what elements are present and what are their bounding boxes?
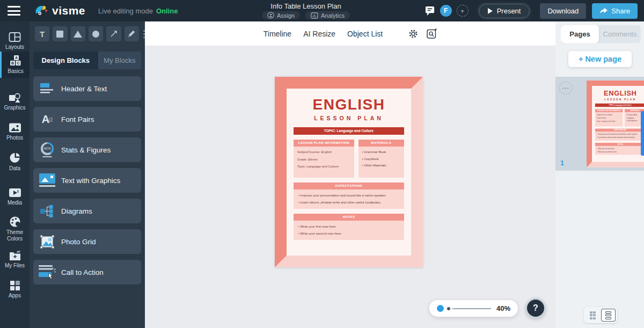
notes-bullet[interactable]: Write your second note here. bbox=[597, 151, 643, 152]
doc-topic-banner[interactable]: TOPIC: Language and Culture bbox=[595, 104, 644, 107]
tab-my-blocks[interactable]: My Blocks bbox=[98, 52, 141, 69]
info-row[interactable]: Subject/Course: English bbox=[297, 150, 350, 154]
tab-design-blocks[interactable]: Design Blocks bbox=[33, 52, 98, 69]
notes-bullet[interactable]: Write your first note here. bbox=[298, 225, 399, 228]
notes-section[interactable]: NOTES Write your first note here. Write … bbox=[595, 143, 644, 155]
media-icon bbox=[9, 187, 21, 198]
block-stats-figures[interactable]: 40% Stats & Figures bbox=[33, 137, 141, 162]
page-1-section[interactable]: ••• ENGLISH LESSON PLAN TOPIC: Language … bbox=[555, 77, 644, 171]
object-list-button[interactable]: Object List bbox=[347, 30, 383, 38]
materials-section[interactable]: MATERIALS Grammar Book Copybook Other Ma… bbox=[358, 140, 404, 178]
text-tool-button[interactable]: T bbox=[35, 26, 49, 41]
sidebar-item-data[interactable]: Data bbox=[0, 149, 30, 175]
list-view-button[interactable] bbox=[601, 309, 616, 322]
hamburger-menu-icon[interactable] bbox=[8, 6, 20, 16]
help-button[interactable]: ? bbox=[525, 298, 546, 318]
page-1-thumbnail-doc[interactable]: ENGLISH LESSON PLAN TOPIC: Language and … bbox=[587, 81, 644, 167]
circle-tool-button[interactable] bbox=[89, 26, 103, 41]
grid-view-button[interactable] bbox=[586, 309, 600, 322]
doc-subtitle[interactable]: LESSON PLAN bbox=[592, 98, 644, 100]
info-header[interactable]: LESSON PLAN INFORMATION bbox=[595, 109, 623, 112]
notes-header[interactable]: NOTES bbox=[294, 214, 404, 221]
data-icon bbox=[9, 152, 21, 164]
info-row[interactable]: Grade: Eleven bbox=[297, 158, 350, 161]
info-row[interactable]: Grade: Eleven bbox=[597, 117, 621, 119]
notes-bullet[interactable]: Write your second note here. bbox=[298, 232, 399, 235]
sidebar-item-basics[interactable]: A B C Basics bbox=[0, 52, 30, 78]
theme-colors-icon bbox=[9, 216, 21, 228]
sidebar-item-graphics[interactable]: Graphics bbox=[0, 89, 30, 114]
share-arrow-icon bbox=[599, 8, 608, 14]
pen-tool-button[interactable] bbox=[125, 26, 139, 41]
materials-bullet[interactable]: Other Materials bbox=[362, 164, 400, 167]
block-text-with-graphics[interactable]: Text with Graphics bbox=[33, 168, 141, 193]
line-tool-button[interactable] bbox=[106, 26, 121, 41]
square-tool-button[interactable] bbox=[53, 26, 67, 41]
left-sidebar: Layouts A B C Basics Gra bbox=[0, 21, 30, 328]
present-button[interactable]: Present bbox=[479, 4, 530, 18]
visme-logo[interactable]: visme bbox=[34, 4, 85, 18]
square-icon bbox=[56, 31, 63, 38]
sidebar-item-apps[interactable]: Apps bbox=[0, 277, 30, 302]
expectations-section[interactable]: EXPECTATIONS Improve your pronunciation … bbox=[595, 129, 644, 141]
materials-bullet[interactable]: Grammar Book bbox=[362, 150, 400, 154]
info-row[interactable]: Subject/Course: English bbox=[597, 114, 621, 115]
download-button[interactable]: Download bbox=[540, 3, 586, 19]
document-title[interactable]: Info Table Lesson Plan bbox=[270, 2, 341, 10]
my-files-icon bbox=[9, 250, 21, 261]
doc-topic-banner[interactable]: TOPIC: Language and Culture bbox=[294, 127, 404, 135]
info-section[interactable]: LESSON PLAN INFORMATION Subject/Course: … bbox=[595, 109, 623, 126]
settings-gear-icon[interactable] bbox=[408, 29, 418, 39]
block-call-to-action[interactable]: Call to Action bbox=[33, 260, 141, 285]
expectations-bullet[interactable]: Improve your pronunciation and sound lik… bbox=[597, 134, 643, 135]
expectations-section[interactable]: EXPECTATIONS Improve your pronunciation … bbox=[294, 183, 404, 209]
new-page-button[interactable]: + New page bbox=[568, 51, 632, 67]
expectations-bullet[interactable]: Learn idioms, phrasal verbs and other us… bbox=[597, 137, 643, 139]
diagrams-icon bbox=[33, 205, 61, 218]
doc-main-title[interactable]: ENGLISH bbox=[287, 96, 411, 113]
preview-search-icon[interactable] bbox=[427, 28, 437, 39]
sidebar-item-media[interactable]: Media bbox=[0, 184, 30, 209]
sidebar-item-my-files[interactable]: My Files bbox=[0, 247, 30, 272]
block-diagrams[interactable]: Diagrams bbox=[33, 199, 141, 223]
info-section[interactable]: LESSON PLAN INFORMATION Subject/Course: … bbox=[294, 140, 354, 178]
sidebar-item-layouts[interactable]: Layouts bbox=[0, 28, 30, 54]
block-photo-grid[interactable]: Photo Grid bbox=[33, 229, 141, 254]
info-row[interactable]: Topic: Language and Culture bbox=[297, 165, 350, 168]
analytics-button[interactable]: Analytics bbox=[305, 11, 350, 19]
user-avatar[interactable]: F bbox=[440, 5, 452, 17]
canvas[interactable]: ENGLISH LESSON PLAN TOPIC: Language and … bbox=[145, 46, 555, 328]
lesson-plan-document[interactable]: ENGLISH LESSON PLAN TOPIC: Language and … bbox=[275, 77, 423, 267]
triangle-tool-button[interactable] bbox=[71, 26, 85, 41]
tab-comments[interactable]: Comments bbox=[599, 25, 641, 43]
tab-pages[interactable]: Pages bbox=[561, 25, 599, 43]
comment-icon[interactable] bbox=[425, 6, 435, 16]
info-row[interactable]: Topic: Language and Culture bbox=[597, 121, 621, 122]
share-button[interactable]: Share bbox=[592, 3, 638, 19]
zoom-slider-track[interactable] bbox=[452, 308, 491, 309]
expectations-bullet[interactable]: Improve your pronunciation and sound lik… bbox=[298, 194, 399, 197]
zoom-slider-handle[interactable] bbox=[437, 305, 444, 312]
add-collaborator-button[interactable]: + bbox=[457, 5, 469, 17]
page-thumbnail[interactable]: ENGLISH LESSON PLAN TOPIC: Language and … bbox=[587, 81, 644, 167]
block-font-pairs[interactable]: Aa Font Pairs bbox=[33, 107, 141, 132]
materials-header[interactable]: MATERIALS bbox=[358, 140, 404, 147]
notes-section[interactable]: NOTES Write your first note here. Write … bbox=[294, 214, 404, 240]
analytics-chart-icon bbox=[311, 12, 318, 19]
expectations-header[interactable]: EXPECTATIONS bbox=[294, 183, 404, 189]
comment-placeholder-icon[interactable]: ••• bbox=[559, 82, 572, 94]
sidebar-item-theme-colors[interactable]: Theme Colors bbox=[0, 213, 30, 245]
ai-resize-button[interactable]: AI Resize bbox=[303, 30, 335, 38]
zoom-slider[interactable]: 40% bbox=[429, 300, 518, 317]
timeline-button[interactable]: Timeline bbox=[264, 30, 291, 38]
info-header[interactable]: LESSON PLAN INFORMATION bbox=[294, 140, 354, 147]
sidebar-item-photos[interactable]: Photos bbox=[0, 119, 30, 144]
notes-bullet[interactable]: Write your first note here. bbox=[597, 148, 643, 150]
doc-subtitle[interactable]: LESSON PLAN bbox=[287, 115, 411, 121]
block-header-text[interactable]: Header & Text bbox=[33, 76, 141, 101]
materials-bullet[interactable]: Copybook bbox=[362, 157, 400, 161]
assign-button[interactable]: Assign bbox=[262, 11, 300, 19]
doc-main-title[interactable]: ENGLISH bbox=[592, 89, 644, 97]
pages-scrollbar[interactable] bbox=[641, 111, 644, 156]
expectations-bullet[interactable]: Learn idioms, phrasal verbs and other us… bbox=[298, 201, 399, 204]
